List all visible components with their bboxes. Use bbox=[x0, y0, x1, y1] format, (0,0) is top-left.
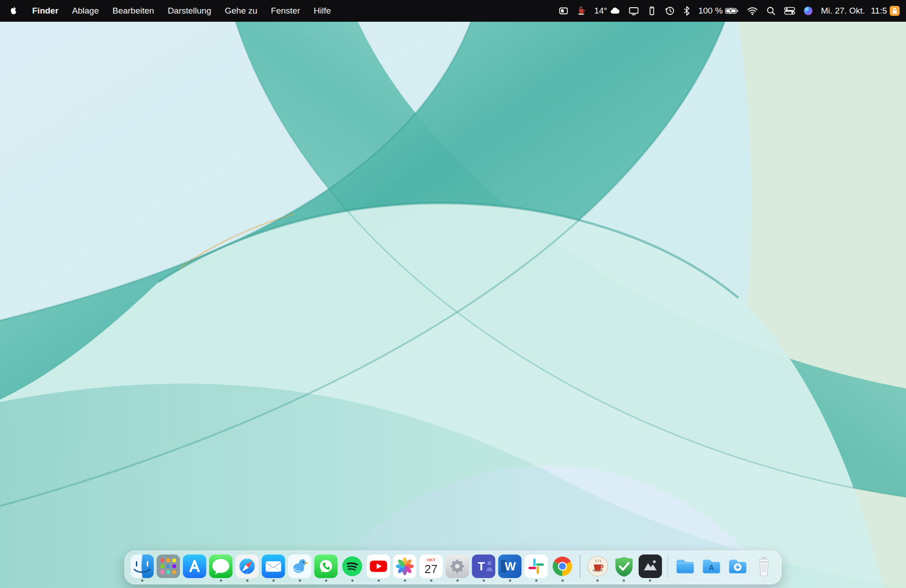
dock-applications-folder[interactable]: A bbox=[700, 555, 723, 582]
folder-icon bbox=[674, 555, 697, 578]
dock-youtube[interactable] bbox=[367, 555, 390, 582]
bird-app-icon bbox=[288, 555, 312, 578]
messages-icon bbox=[209, 555, 233, 578]
app-store-icon bbox=[183, 555, 207, 578]
dock-finder[interactable] bbox=[130, 555, 154, 582]
dock-trash[interactable] bbox=[752, 555, 776, 582]
menu-finder[interactable]: Finder bbox=[25, 0, 65, 22]
menu-bar-left: Finder Ablage Bearbeiten Darstellung Geh… bbox=[5, 0, 338, 22]
running-indicator bbox=[456, 579, 458, 582]
system-preferences-icon bbox=[446, 555, 469, 578]
menu-ablage[interactable]: Ablage bbox=[65, 0, 106, 22]
siri-icon bbox=[803, 5, 814, 16]
word-letter-label: W bbox=[505, 559, 516, 573]
calendar-day-label: 27 bbox=[424, 562, 438, 576]
running-indicator bbox=[351, 579, 353, 582]
running-indicator bbox=[246, 579, 248, 582]
adguard-shield-icon bbox=[612, 555, 636, 578]
bluetooth-status[interactable] bbox=[683, 0, 691, 22]
running-indicator bbox=[649, 579, 651, 582]
apple-menu[interactable] bbox=[5, 6, 25, 15]
spotify-icon bbox=[341, 555, 364, 578]
dock-whatsapp[interactable] bbox=[314, 555, 338, 582]
dock-twitter-client[interactable] bbox=[288, 555, 312, 582]
finder-icon bbox=[130, 555, 154, 578]
menu-bearbeiten[interactable]: Bearbeiten bbox=[106, 0, 161, 22]
dock-slack[interactable] bbox=[525, 555, 548, 582]
word-icon: W bbox=[498, 555, 522, 578]
dock-mail[interactable] bbox=[262, 555, 285, 582]
safari-icon bbox=[236, 555, 259, 578]
battery-charging-icon bbox=[725, 5, 739, 16]
coffee-app-icon bbox=[586, 555, 609, 578]
running-indicator bbox=[141, 579, 143, 582]
menu-hilfe[interactable]: Hilfe bbox=[307, 0, 338, 22]
dock-chrome[interactable] bbox=[551, 555, 574, 582]
mobile-device-icon bbox=[646, 5, 657, 16]
dock-spotify[interactable] bbox=[341, 555, 364, 582]
running-indicator bbox=[272, 579, 275, 582]
menu-bar: Finder Ablage Bearbeiten Darstellung Geh… bbox=[0, 0, 906, 22]
menu-bar-status: 14° bbox=[558, 0, 901, 22]
desktop: Finder Ablage Bearbeiten Darstellung Geh… bbox=[0, 0, 906, 588]
slack-icon bbox=[525, 555, 548, 578]
apple-logo-icon bbox=[10, 6, 18, 15]
dock-photos[interactable] bbox=[393, 555, 417, 582]
temperature-label: 14° bbox=[594, 6, 607, 16]
dock-messages[interactable] bbox=[209, 555, 233, 582]
dock-app-store[interactable] bbox=[183, 555, 207, 582]
coffee-menubar-status[interactable] bbox=[576, 0, 587, 22]
dock-dark-utility[interactable] bbox=[638, 555, 662, 582]
running-indicator bbox=[597, 579, 599, 582]
clock-status[interactable]: Mi. 27. Okt. 11:5 bbox=[821, 0, 900, 22]
dock-coffee-app[interactable] bbox=[586, 555, 609, 582]
running-indicator bbox=[430, 579, 432, 582]
control-center-status[interactable] bbox=[784, 0, 795, 22]
desktop-wallpaper bbox=[0, 22, 906, 588]
dock-microsoft-word[interactable]: W bbox=[498, 555, 522, 582]
battery-percent-label: 100 % bbox=[698, 6, 723, 16]
wifi-status[interactable] bbox=[747, 0, 758, 22]
siri-status[interactable] bbox=[803, 0, 814, 22]
dock-launchpad[interactable] bbox=[157, 555, 180, 582]
time-machine-icon bbox=[665, 5, 675, 16]
trash-icon bbox=[752, 555, 776, 578]
window-manager-icon bbox=[558, 5, 569, 16]
dock-adguard[interactable] bbox=[612, 555, 636, 582]
battery-status[interactable]: 100 % bbox=[698, 0, 739, 22]
weather-status[interactable]: 14° bbox=[594, 0, 622, 22]
bluetooth-icon bbox=[683, 5, 691, 16]
dock-system-preferences[interactable] bbox=[446, 555, 469, 582]
display-status[interactable] bbox=[628, 0, 639, 22]
applications-folder-icon: A bbox=[700, 555, 723, 578]
dock-microsoft-teams[interactable]: T bbox=[472, 555, 496, 582]
time-machine-status[interactable] bbox=[665, 0, 675, 22]
chrome-icon bbox=[551, 555, 574, 578]
search-icon bbox=[766, 5, 776, 16]
teams-letter-label: T bbox=[478, 559, 485, 573]
menu-fenster[interactable]: Fenster bbox=[264, 0, 307, 22]
dock-calendar[interactable]: OKT 27 bbox=[419, 555, 443, 582]
dock: OKT 27 bbox=[125, 550, 782, 584]
dock-folder[interactable] bbox=[674, 555, 697, 582]
teams-icon: T bbox=[472, 555, 496, 578]
spotlight-status[interactable] bbox=[766, 0, 776, 22]
date-label: Mi. 27. Okt. bbox=[821, 6, 865, 16]
launchpad-icon bbox=[157, 555, 180, 578]
dock-safari[interactable] bbox=[236, 555, 259, 582]
calendar-icon: OKT 27 bbox=[419, 555, 443, 578]
running-indicator bbox=[623, 579, 625, 582]
menu-gehe-zu[interactable]: Gehe zu bbox=[218, 0, 264, 22]
display-icon bbox=[628, 5, 639, 16]
dock-downloads-folder[interactable] bbox=[726, 555, 750, 582]
photos-icon bbox=[393, 555, 417, 578]
running-indicator bbox=[509, 579, 511, 582]
running-indicator bbox=[535, 579, 537, 582]
mobile-device-status[interactable] bbox=[646, 0, 657, 22]
dark-utility-app-icon bbox=[638, 555, 662, 578]
lock-badge-icon bbox=[890, 6, 900, 16]
window-manager-status[interactable] bbox=[558, 0, 569, 22]
menu-darstellung[interactable]: Darstellung bbox=[161, 0, 218, 22]
youtube-icon bbox=[367, 555, 390, 578]
running-indicator bbox=[482, 579, 485, 582]
